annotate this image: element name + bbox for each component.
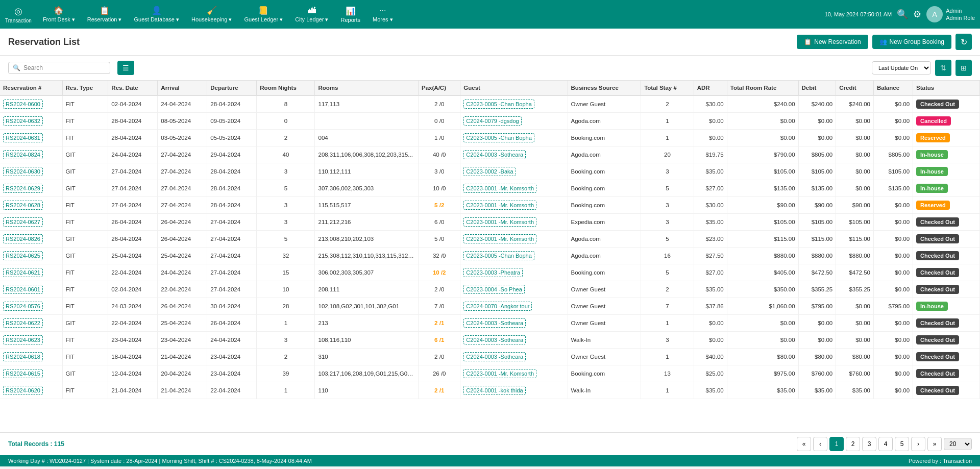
cell-guest: C2024-0003 -Sotheara: [460, 332, 568, 349]
guest-link[interactable]: C2023-0005 -Chan Bopha: [463, 133, 534, 142]
cell-rooms: 307,306,002,305,303: [315, 180, 419, 197]
reservation-link[interactable]: RS2024-0623: [3, 335, 43, 344]
cell-adr: $27.50: [694, 248, 727, 264]
page-2-button[interactable]: 2: [846, 437, 860, 451]
cell-business: Owner Guest: [568, 349, 641, 365]
cell-guest: C2024-0003 -Sotheara: [460, 315, 568, 332]
cell-room-nights: 1: [257, 382, 315, 399]
nav-item-front-desk[interactable]: 🏠 Front Desk ▾: [38, 4, 80, 25]
guest-link[interactable]: C2023-0001 -Mr. Komsorth: [463, 217, 536, 227]
columns-toggle-button[interactable]: ⊞: [955, 60, 972, 76]
reservation-link[interactable]: RS2024-0632: [3, 116, 43, 126]
settings-icon[interactable]: ⚙: [913, 9, 921, 20]
reservation-link[interactable]: RS2024-0826: [3, 234, 43, 243]
cell-res-type: GIT: [62, 180, 108, 197]
guest-link[interactable]: C2023-0001 -Mr. Komsorth: [463, 234, 536, 243]
cell-status: Checked Out: [913, 95, 980, 113]
cell-total-room-rate: $1,060.00: [727, 298, 798, 315]
pax-value: 6 /1: [434, 337, 444, 343]
cell-adr: $35.00: [694, 163, 727, 180]
cell-res-no: RS2024-0576: [0, 298, 62, 315]
guest-link[interactable]: C2023-0004 -So Phea: [463, 285, 524, 294]
reservation-link[interactable]: RS2024-0628: [3, 201, 43, 210]
reservation-link[interactable]: RS2024-0615: [3, 369, 43, 378]
nav-item-city-ledger[interactable]: 🏙 City Ledger ▾: [290, 4, 333, 25]
page-3-button[interactable]: 3: [862, 437, 876, 451]
guest-link[interactable]: C2023-0005 -Chan Bopha: [463, 251, 534, 260]
city-ledger-icon: 🏙: [308, 6, 316, 15]
cell-status: Checked Out: [913, 231, 980, 248]
reservation-link[interactable]: RS2024-0620: [3, 386, 43, 395]
cell-debit: $0.00: [798, 332, 836, 349]
reservation-link[interactable]: RS2024-0630: [3, 167, 43, 176]
guest-link[interactable]: C2024-0003 -Sotheara: [463, 318, 526, 328]
mores-icon: ···: [379, 6, 386, 15]
page-5-button[interactable]: 5: [895, 437, 909, 451]
reservation-link[interactable]: RS2024-0824: [3, 150, 43, 159]
guest-link[interactable]: C2024-0003 -Sotheara: [463, 352, 526, 361]
reservation-link[interactable]: RS2024-0576: [3, 302, 43, 311]
guest-link[interactable]: C2024-0001 -kok thida: [463, 386, 525, 395]
reservation-link[interactable]: RS2024-0629: [3, 184, 43, 193]
cell-res-date: 25-04-2024: [108, 248, 158, 264]
cell-departure: 26-04-2024: [207, 315, 257, 332]
nav-item-reservation[interactable]: 📋 Reservation ▾: [82, 4, 127, 25]
page-next-button[interactable]: ›: [911, 437, 925, 451]
reservation-link[interactable]: RS2024-0600: [3, 100, 43, 109]
nav-item-guest-database[interactable]: 👤 Guest Database ▾: [129, 4, 185, 25]
new-group-booking-button[interactable]: 👥 New Group Booking: [872, 35, 951, 49]
guest-link[interactable]: C2023-0003 -Pheatra: [463, 268, 523, 277]
cell-pax: 3 /0: [419, 163, 460, 180]
per-page-select[interactable]: 20 50 100: [944, 438, 972, 450]
cell-total-stay: 20: [641, 146, 694, 163]
cell-business: Owner Guest: [568, 95, 641, 113]
cell-credit: $0.00: [836, 298, 874, 315]
new-reservation-icon: 📋: [804, 38, 812, 45]
reservation-link[interactable]: RS2024-0601: [3, 285, 43, 294]
page-first-button[interactable]: «: [797, 437, 811, 451]
nav-item-guest-ledger[interactable]: 📒 Guest Ledger ▾: [239, 4, 288, 25]
new-reservation-button[interactable]: 📋 New Reservation: [797, 35, 868, 49]
filter-button[interactable]: ☰: [117, 61, 134, 75]
cell-rooms: 215,308,112,310,110,313,115,312,201...: [315, 248, 419, 264]
reservation-link[interactable]: RS2024-0627: [3, 217, 43, 227]
reservation-link[interactable]: RS2024-0631: [3, 133, 43, 142]
cell-pax: 7 /0: [419, 298, 460, 315]
user-menu[interactable]: A Admin Admin Role: [926, 6, 975, 22]
reservation-link[interactable]: RS2024-0621: [3, 268, 43, 277]
guest-link[interactable]: C2023-0005 -Chan Bopha: [463, 100, 534, 109]
cell-business: Agoda.com: [568, 248, 641, 264]
reports-label: Reports: [340, 17, 360, 23]
status-badge: Cancelled: [916, 116, 951, 126]
guest-link[interactable]: C2024-0070 -Angkor tour: [463, 302, 532, 311]
cell-debit: $80.00: [798, 349, 836, 365]
reservation-link[interactable]: RS2024-0622: [3, 318, 43, 328]
cell-departure: 22-04-2024: [207, 382, 257, 399]
guest-link[interactable]: C2023-0002 -Baka: [463, 167, 516, 176]
page-1-button[interactable]: 1: [829, 437, 844, 451]
cell-room-nights: 40: [257, 146, 315, 163]
reservation-link[interactable]: RS2024-0618: [3, 352, 43, 361]
page-last-button[interactable]: »: [927, 437, 942, 451]
guest-link[interactable]: C2024-0003 -Sotheara: [463, 150, 526, 159]
sort-toggle-button[interactable]: ⇅: [935, 60, 951, 76]
cell-res-type: FIT: [62, 197, 108, 214]
nav-item-reports[interactable]: 📊 Reports: [335, 4, 365, 25]
nav-item-mores[interactable]: ··· Mores ▾: [368, 4, 398, 25]
page-4-button[interactable]: 4: [878, 437, 893, 451]
search-icon[interactable]: 🔍: [897, 9, 908, 20]
refresh-button[interactable]: ↻: [955, 34, 972, 50]
reservation-link[interactable]: RS2024-0625: [3, 251, 43, 260]
guest-link[interactable]: C2023-0001 -Mr. Komsorth: [463, 369, 536, 378]
sort-select[interactable]: Last Update On Arrival Date Departure Da…: [872, 61, 931, 75]
guest-link[interactable]: C2023-0001 -Mr. Komsorth: [463, 201, 536, 210]
brand-logo[interactable]: ◎ Transaction: [5, 6, 32, 23]
page-prev-button[interactable]: ‹: [813, 437, 827, 451]
cell-room-nights: 0: [257, 113, 315, 130]
guest-link[interactable]: C2023-0001 -Mr. Komsorth: [463, 184, 536, 193]
guest-link[interactable]: C2024-0079 -dgsdog: [463, 116, 521, 126]
cell-departure: 28-04-2024: [207, 163, 257, 180]
guest-link[interactable]: C2024-0003 -Sotheara: [463, 335, 526, 344]
nav-item-housekeeping[interactable]: 🧹 Housekeeping ▾: [186, 4, 237, 25]
search-input[interactable]: [23, 64, 106, 71]
